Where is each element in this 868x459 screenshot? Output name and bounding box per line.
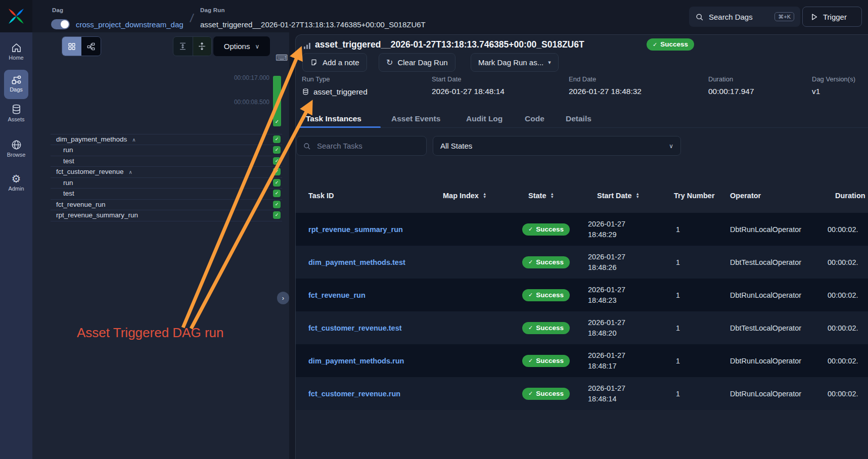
task-try-number: 1 [676, 390, 680, 398]
clear-dag-run-button[interactable]: ↻ Clear Dag Run [379, 53, 455, 72]
task-duration: 00:00:02. [828, 225, 858, 234]
sort-icon[interactable]: ▲▼ [483, 193, 486, 199]
airflow-logo[interactable] [0, 0, 32, 32]
grid-task-row[interactable]: dim_payment_methods∧ [51, 134, 282, 145]
grid-line [51, 221, 282, 221]
run-status-badge: ✓Success [647, 38, 694, 51]
run-type-value: asset_triggered [302, 87, 368, 97]
task-start-date: 2026-01-27 18:48:29 [588, 219, 645, 240]
col-header-operator: Operator [730, 192, 761, 200]
collapse-group-icon[interactable]: ∧ [132, 137, 135, 143]
task-state-cell[interactable]: ✓ [273, 211, 281, 219]
search-dags-button[interactable]: Search Dags ⌘+K [689, 7, 800, 27]
sidebar-item-dags[interactable]: Dags [4, 70, 28, 99]
task-start-date: 2026-01-27 18:48:17 [588, 350, 645, 372]
grid-view-button[interactable] [62, 37, 81, 56]
sidebar-item-label: Dags [4, 86, 28, 93]
task-state-badge: ✓Success [522, 289, 570, 301]
globe-icon [11, 139, 22, 151]
state-filter-select[interactable]: All States ∨ [433, 136, 681, 156]
task-id-link[interactable]: fct_customer_revenue.test [308, 324, 402, 332]
tab-details[interactable]: Details [566, 114, 591, 123]
assets-icon [11, 104, 22, 115]
refresh-icon: ↻ [386, 58, 393, 67]
tab-audit-log[interactable]: Audit Log [466, 114, 502, 123]
task-instance-row: fct_revenue_run ✓Success 2026-01-27 18:4… [296, 279, 868, 311]
chevron-down-icon: ∨ [255, 43, 259, 50]
sidebar-item-admin[interactable]: ⚙ Admin [0, 173, 32, 192]
graph-view-button[interactable] [81, 37, 101, 56]
grid-task-row[interactable]: fct_customer_revenue∧ [51, 166, 282, 177]
dag-pause-toggle[interactable] [51, 19, 70, 29]
task-state-cell[interactable]: ✓ [273, 146, 281, 154]
duration-value: 00:00:17.947 [708, 87, 754, 96]
sidebar-item-label: Browse [0, 152, 32, 158]
grid-task-row[interactable]: test [51, 188, 282, 199]
task-instance-row: fct_customer_revenue.test ✓Success 2026-… [296, 311, 868, 344]
breadcrumb-slash-icon: / [189, 11, 195, 26]
panel-collapse-handle[interactable]: › [277, 292, 289, 304]
add-note-button[interactable]: Add a note [302, 53, 367, 72]
options-label: Options [224, 42, 250, 51]
grid-task-row[interactable]: rpt_revenue_summary_run [51, 210, 282, 221]
task-id-link[interactable]: fct_customer_revenue.run [308, 390, 400, 398]
task-duration: 00:00:02. [828, 291, 858, 299]
dag-run-duration-bar[interactable]: ✓ [273, 76, 281, 126]
task-id-link[interactable]: dim_payment_methods.run [308, 357, 404, 365]
grid-task-row[interactable]: fct_revenue_run [51, 199, 282, 210]
grid-toolbar [173, 36, 212, 56]
dag-name-link[interactable]: cross_project_downstream_dag [76, 20, 184, 29]
task-id-link[interactable]: fct_revenue_run [308, 291, 366, 299]
mark-dag-run-as-dropdown[interactable]: Mark Dag Run as... ▾ [471, 53, 559, 72]
sidebar-item-home[interactable]: Home [0, 42, 32, 61]
grid-task-row[interactable]: run [51, 145, 282, 156]
tab-task-instances[interactable]: Task Instances [306, 114, 361, 123]
task-state-cell[interactable]: ✓ [273, 190, 281, 197]
sidebar-item-assets[interactable]: Assets [0, 104, 32, 122]
task-state-badge: ✓Success [522, 354, 570, 366]
task-state-cell[interactable]: ✓ [273, 201, 281, 208]
col-header-state[interactable]: State▲▼ [528, 192, 554, 200]
search-tasks-input[interactable] [316, 141, 420, 151]
options-dropdown[interactable]: Options ∨ [213, 36, 270, 56]
sort-icon[interactable]: ▲▼ [636, 193, 639, 199]
collapse-rows-button[interactable] [193, 37, 212, 56]
task-state-cell[interactable]: ✓ [273, 135, 281, 143]
note-icon [310, 59, 318, 67]
search-icon [303, 142, 311, 150]
duration-axis-tick: 00:00:08.500 [191, 99, 269, 106]
task-instance-row: dim_payment_methods.run ✓Success 2026-01… [296, 344, 868, 377]
col-header-start-date[interactable]: Start Date▲▼ [597, 192, 639, 200]
tab-asset-events[interactable]: Asset Events [391, 114, 440, 123]
task-state-cell[interactable]: ✓ [273, 168, 281, 175]
active-tab-indicator [296, 126, 381, 128]
task-operator: DbtTestLocalOperator [730, 324, 801, 332]
task-try-number: 1 [676, 291, 680, 299]
play-icon [810, 13, 818, 21]
expand-rows-button[interactable] [173, 37, 193, 56]
collapse-group-icon[interactable]: ∧ [129, 169, 132, 175]
trigger-button[interactable]: Trigger [802, 7, 862, 27]
start-date-value: 2026-01-27 18:48:14 [432, 87, 505, 96]
chevron-down-icon: ∨ [669, 143, 673, 150]
task-operator: DbtRunLocalOperator [730, 390, 801, 398]
grid-task-row[interactable]: test [51, 156, 282, 167]
tab-code[interactable]: Code [525, 114, 544, 123]
task-state-cell[interactable]: ✓ [273, 179, 281, 187]
grid-task-row[interactable]: run [51, 177, 282, 189]
keyboard-shortcuts-button[interactable]: ⌨ [276, 53, 288, 63]
dag-run-detail-panel: asset_triggered__2026-01-27T13:18:13.746… [295, 34, 868, 459]
search-tasks-field [296, 136, 427, 156]
meta-label: End Date [569, 75, 596, 83]
sidebar-nav: Home Dags Assets Browse ⚙ [0, 32, 32, 459]
sidebar-item-browse[interactable]: Browse [0, 139, 32, 158]
col-header-map-index[interactable]: Map Index▲▼ [443, 192, 486, 200]
task-state-cell[interactable]: ✓ [273, 157, 281, 165]
check-icon: ✓ [273, 119, 281, 124]
sort-icon[interactable]: ▲▼ [550, 193, 554, 199]
task-id-link[interactable]: rpt_revenue_summary_run [308, 225, 403, 234]
task-operator: DbtRunLocalOperator [730, 225, 801, 234]
task-id-link[interactable]: dim_payment_methods.test [308, 258, 405, 266]
task-state-badge: ✓Success [522, 387, 570, 399]
tabs-divider [296, 127, 868, 128]
